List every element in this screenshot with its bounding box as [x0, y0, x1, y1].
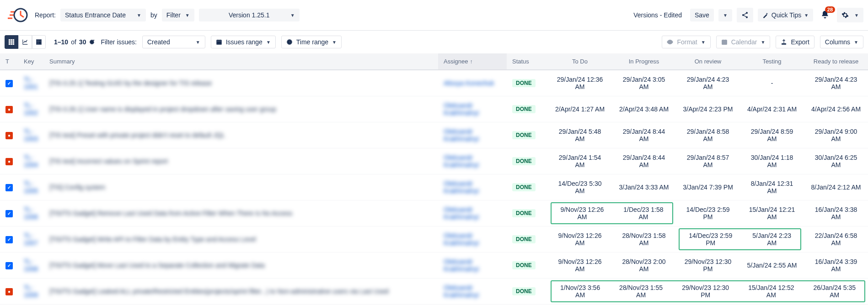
- bug-icon: ●: [5, 158, 13, 165]
- issue-key[interactable]: TL-1002: [24, 102, 38, 116]
- format-select[interactable]: Format ▼: [662, 36, 710, 48]
- view-pivot-button[interactable]: [32, 35, 46, 49]
- date-cell: 30/Jan/24 1:18 AM: [740, 148, 804, 174]
- svg-rect-12: [13, 43, 15, 45]
- grid-icon: [8, 39, 15, 45]
- table-row[interactable]: ●TL-1002[TIS-3.26.1] User name is displa…: [0, 96, 868, 122]
- save-dropdown-button[interactable]: ▼: [718, 9, 732, 21]
- issue-summary: [TIS/TS Gadget] Remove Last Used Data fr…: [49, 210, 292, 217]
- col-todo[interactable]: To Do: [548, 53, 612, 70]
- date-cell: 4/Apr/24 2:31 AM: [740, 96, 804, 122]
- date-cell: 29/Jan/24 3:05 AM: [612, 70, 676, 96]
- view-grid-button[interactable]: [5, 35, 18, 49]
- issue-key[interactable]: TL-1001: [24, 76, 38, 90]
- col-summary[interactable]: Summary: [44, 53, 438, 70]
- date-cell: 15/Jan/24 12:52 AM: [743, 284, 799, 299]
- date-cell: 29/Jan/24 4:23 AM: [676, 70, 740, 96]
- table-row[interactable]: ●TL-1004[TIS test] Incorrect values on S…: [0, 148, 868, 174]
- svg-point-16: [670, 41, 671, 43]
- assignee-link[interactable]: Oleksandr Krakhmalnyi: [444, 206, 479, 221]
- date-cell: 29/Jan/24 5:48 AM: [548, 122, 612, 148]
- col-key[interactable]: Key: [18, 53, 44, 70]
- notifications-button[interactable]: 28: [818, 8, 832, 22]
- col-ready[interactable]: Ready to release: [804, 53, 868, 70]
- version-select[interactable]: Version 1.25.1 ▼: [199, 9, 300, 21]
- calendar-icon: [216, 39, 222, 45]
- date-cell: 28/Nov/23 1:55 AM: [614, 284, 668, 299]
- chevron-down-icon: ▼: [332, 40, 337, 45]
- table-row[interactable]: ●TL-1003[TIS test] Preset with private p…: [0, 122, 868, 148]
- col-testing[interactable]: Testing: [740, 53, 804, 70]
- view-chart-button[interactable]: [18, 35, 32, 49]
- chevron-down-icon: ▼: [266, 40, 271, 45]
- date-cell: 9/Nov/23 12:26 AM: [555, 206, 609, 221]
- issue-key[interactable]: TL-1009: [24, 284, 38, 299]
- col-inprogress[interactable]: In Progress: [612, 53, 676, 70]
- task-icon: ✓: [5, 210, 13, 217]
- issue-key[interactable]: TL-1008: [24, 258, 38, 273]
- issue-summary: [TIS] Config system: [49, 184, 105, 191]
- issue-key[interactable]: TL-1005: [24, 180, 38, 195]
- by-label: by: [150, 11, 157, 19]
- assignee-link[interactable]: Oleksandr Krakhmalnyi: [444, 258, 479, 273]
- col-onreview[interactable]: On review: [676, 53, 740, 70]
- highlighted-date-range: 14/Dec/23 2:59 PM5/Jan/24 2:23 AM: [679, 228, 801, 250]
- save-button[interactable]: Save: [690, 9, 714, 21]
- date-cell: 26/Jan/24 5:35 AM: [808, 284, 861, 299]
- chevron-down-icon: ▼: [854, 13, 859, 18]
- col-assignee[interactable]: Assignee↑: [438, 53, 507, 70]
- chevron-down-icon: ▼: [196, 40, 200, 45]
- status-badge: DONE: [512, 157, 536, 165]
- table-row[interactable]: ✓TL-1008[TIS/TS Gadget] Move Last Used t…: [0, 252, 868, 279]
- date-cell: 9/Nov/23 12:26 AM: [548, 226, 612, 252]
- date-cell: 29/Jan/24 4:23 AM: [804, 70, 868, 96]
- assignee-link[interactable]: Oleksandr Krakhmalnyi: [444, 284, 479, 299]
- table-row[interactable]: ✓TL-1006[TIS/TS Gadget] Remove Last Used…: [0, 200, 868, 226]
- col-status[interactable]: Status: [507, 53, 548, 70]
- assignee-link[interactable]: Oleksandr Krakhmalnyi: [444, 128, 479, 142]
- chevron-down-icon: ▼: [137, 13, 141, 18]
- status-badge: DONE: [512, 287, 536, 295]
- table-row[interactable]: ✓TL-1005[TIS] Config systemOleksandr Kra…: [0, 174, 868, 200]
- issue-key[interactable]: TL-1007: [24, 232, 38, 247]
- share-button[interactable]: [737, 8, 753, 22]
- date-cell: 2/Apr/24 1:27 AM: [548, 96, 612, 122]
- svg-rect-4: [9, 39, 11, 41]
- assignee-link[interactable]: Alissya Konechuk: [444, 79, 494, 87]
- table-row[interactable]: ✓TL-1001[TIS-3.25.1] Testing GUID by the…: [0, 70, 868, 96]
- date-cell: 16/Jan/24 3:39 AM: [804, 252, 868, 279]
- settings-button[interactable]: ▼: [837, 8, 863, 22]
- calendar-select[interactable]: Calendar ▼: [716, 36, 771, 48]
- issues-range-select[interactable]: Issues range ▼: [211, 36, 276, 48]
- refresh-icon[interactable]: [89, 39, 95, 45]
- date-cell: 3/Apr/24 2:23 PM: [676, 96, 740, 122]
- date-cell: 29/Jan/24 8:59 AM: [740, 122, 804, 148]
- versions-edited-link[interactable]: Versions - Edited: [630, 9, 686, 21]
- svg-rect-13: [37, 40, 42, 45]
- columns-select[interactable]: Columns ▼: [820, 36, 863, 48]
- table-row[interactable]: ●TL-1009[TIS/TS Gadget] Leaked ALL priva…: [0, 279, 868, 305]
- chevron-down-icon: ▼: [854, 40, 858, 45]
- issue-key[interactable]: TL-1006: [24, 206, 38, 221]
- date-cell: 9/Nov/23 12:26 AM: [548, 252, 612, 279]
- export-button[interactable]: Export: [776, 36, 814, 48]
- assignee-link[interactable]: Oleksandr Krakhmalnyi: [444, 232, 479, 247]
- issue-key[interactable]: TL-1004: [24, 154, 38, 168]
- issue-key[interactable]: TL-1003: [24, 128, 38, 142]
- svg-rect-7: [9, 41, 11, 43]
- eye-icon: [667, 39, 673, 45]
- assignee-link[interactable]: Oleksandr Krakhmalnyi: [444, 180, 479, 195]
- report-select[interactable]: Status Entrance Date ▼: [60, 9, 146, 21]
- filter-issues-select[interactable]: Created ▼: [142, 36, 205, 48]
- filter-select[interactable]: Filter ▼: [162, 9, 194, 21]
- table-row[interactable]: ✓TL-1007[TIS/TS Gadget] Write API to Fil…: [0, 226, 868, 252]
- assignee-link[interactable]: Oleksandr Krakhmalnyi: [444, 154, 479, 168]
- topbar: Report: Status Entrance Date ▼ by Filter…: [0, 0, 868, 31]
- quick-tips-button[interactable]: Quick Tips ▼: [758, 9, 813, 21]
- time-range-select[interactable]: Time range ▼: [281, 36, 342, 48]
- chevron-down-icon: ▼: [804, 13, 809, 18]
- sort-asc-icon: ↑: [470, 58, 472, 65]
- assignee-link[interactable]: Oleksandr Krakhmalnyi: [444, 102, 479, 116]
- col-type[interactable]: T: [0, 53, 18, 70]
- chevron-down-icon: ▼: [701, 40, 706, 45]
